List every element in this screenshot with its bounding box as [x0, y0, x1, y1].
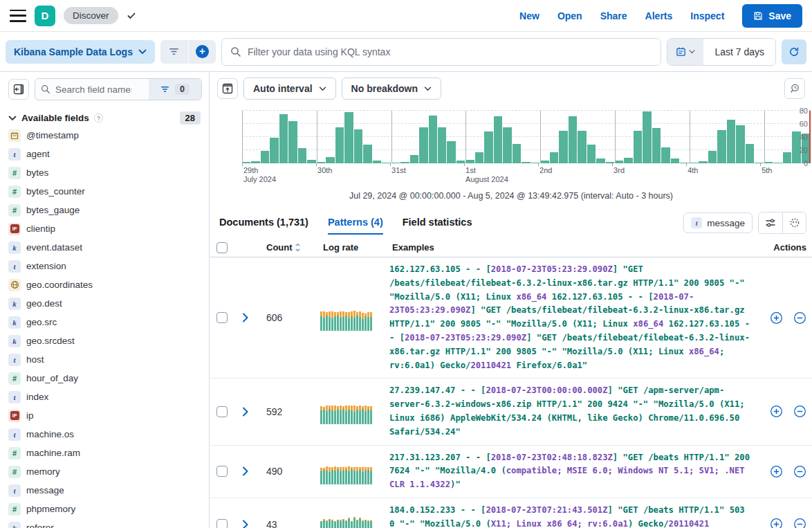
field-search-input[interactable]: [55, 84, 131, 95]
field-item-phpmemory[interactable]: #phpmemory: [0, 500, 208, 518]
filter-out-icon[interactable]: [793, 518, 806, 528]
number-token-icon: #: [8, 503, 21, 516]
field-item-message[interactable]: tmessage: [0, 481, 208, 500]
filter-out-icon[interactable]: [793, 465, 806, 478]
patterns-table-header: Count Log rate Examples Actions: [210, 238, 812, 257]
text-token-icon: t: [8, 391, 21, 403]
field-item-geo.coordinates[interactable]: geo.coordinates: [0, 275, 208, 294]
calendar-button[interactable]: [667, 39, 703, 65]
ip-token-icon: IP: [8, 410, 21, 422]
row-expand-button[interactable]: [241, 407, 266, 417]
pattern-controls-button[interactable]: [759, 212, 782, 233]
field-item-event.dataset[interactable]: kevent.dataset: [0, 238, 208, 257]
pattern-row-2: 59227.239.147.47 - - [2018-07-23T00:00:0…: [210, 378, 812, 444]
chart-options-button[interactable]: [784, 78, 805, 99]
row-checkbox[interactable]: [216, 466, 228, 477]
chart-toolbar: Auto interval No breakdown: [210, 78, 812, 100]
nav-alerts[interactable]: Alerts: [645, 10, 673, 21]
field-item-memory[interactable]: #memory: [0, 462, 208, 481]
tab-patterns[interactable]: Patterns (4): [328, 211, 383, 235]
fields-sidebar: 0 Available fields ? 28 @timestamptagent…: [0, 72, 210, 528]
field-item-geo.src[interactable]: kgeo.src: [0, 313, 208, 331]
sort-icon[interactable]: [295, 243, 301, 252]
pattern-row-3: 490217.31.123.207 - - [2018-07-23T02:48:…: [210, 445, 812, 498]
row-checkbox[interactable]: [216, 312, 228, 323]
filter-out-icon[interactable]: [793, 405, 806, 418]
field-item-extension[interactable]: textension: [0, 257, 208, 275]
add-filter-button[interactable]: +: [188, 40, 216, 64]
pattern-count: 606: [266, 312, 317, 323]
pattern-example: 217.31.123.207 - - [2018-07-23T02:48:18.…: [389, 446, 762, 498]
field-item-agent[interactable]: tagent: [0, 145, 208, 163]
tab-field-statistics[interactable]: Field statistics: [403, 211, 472, 235]
keyword-token-icon: k: [8, 522, 21, 528]
app-logo[interactable]: D: [35, 6, 55, 26]
interval-select[interactable]: Auto interval: [243, 78, 336, 100]
field-item-ip[interactable]: IPip: [0, 406, 208, 425]
text-token-icon: t: [691, 217, 702, 228]
refresh-button[interactable]: [782, 39, 806, 64]
breakdown-select[interactable]: No breakdown: [342, 78, 441, 100]
text-token-icon: t: [8, 148, 21, 161]
time-range-label[interactable]: Last 7 days: [703, 39, 775, 65]
field-item-host[interactable]: thost: [0, 350, 208, 369]
text-token-icon: t: [8, 354, 21, 366]
number-token-icon: #: [8, 167, 21, 179]
save-button[interactable]: Save: [742, 4, 802, 28]
collapse-sidebar-button[interactable]: [8, 79, 29, 100]
histogram-chart[interactable]: 02040608029thJuly 202430th31st1stAugust …: [210, 107, 812, 184]
ip-token-icon: IP: [8, 223, 21, 235]
plus-circle-icon: +: [196, 45, 209, 58]
nav-new[interactable]: New: [519, 10, 539, 21]
pattern-row-1: 606162.127.63.105 - - [2018-07-23T05:23:…: [210, 257, 812, 378]
field-item-bytes_gauge[interactable]: #bytes_gauge: [0, 201, 208, 219]
field-filter-button[interactable]: 0: [149, 79, 201, 100]
hide-chart-button[interactable]: [217, 78, 238, 99]
filter-for-icon[interactable]: [770, 405, 783, 418]
row-expand-button[interactable]: [241, 520, 266, 528]
nav-share[interactable]: Share: [600, 10, 627, 21]
log-rate-sparkline: [320, 399, 389, 424]
row-checkbox[interactable]: [216, 406, 228, 417]
time-picker: Last 7 days: [667, 38, 776, 66]
filter-for-icon[interactable]: [770, 465, 783, 478]
chevron-right-icon: [241, 313, 250, 322]
assistant-button[interactable]: [782, 212, 806, 233]
filter-for-icon[interactable]: [770, 311, 783, 325]
pattern-count: 592: [266, 406, 317, 417]
field-item-hour_of_day[interactable]: #hour_of_day: [0, 369, 208, 388]
checkmark-icon[interactable]: [127, 12, 136, 20]
breadcrumb[interactable]: Discover: [64, 7, 118, 24]
row-checkbox[interactable]: [216, 519, 228, 528]
filter-out-icon[interactable]: [793, 311, 806, 325]
nav-inspect[interactable]: Inspect: [690, 10, 724, 21]
menu-icon[interactable]: [10, 10, 26, 22]
pattern-count: 490: [266, 466, 317, 477]
kql-search-input[interactable]: [248, 46, 652, 57]
field-item-@timestamp[interactable]: @timestamp: [0, 126, 208, 145]
field-item-bytes_counter[interactable]: #bytes_counter: [0, 182, 208, 201]
row-expand-button[interactable]: [241, 313, 266, 322]
available-fields-header[interactable]: Available fields ? 28: [8, 111, 201, 125]
field-item-referer[interactable]: kreferer: [0, 518, 208, 528]
row-expand-button[interactable]: [241, 466, 266, 476]
field-item-geo.srcdest[interactable]: kgeo.srcdest: [0, 331, 208, 350]
calendar-token-icon: [8, 129, 21, 142]
chevron-down-icon: [138, 49, 147, 55]
select-all-checkbox[interactable]: [216, 242, 228, 253]
field-item-bytes[interactable]: #bytes: [0, 163, 208, 182]
data-view-picker[interactable]: Kibana Sample Data Logs: [6, 40, 155, 64]
tab-documents[interactable]: Documents (1,731): [219, 211, 308, 235]
field-item-machine.ram[interactable]: #machine.ram: [0, 444, 208, 462]
filter-for-icon[interactable]: [770, 518, 783, 528]
field-item-clientip[interactable]: IPclientip: [0, 219, 208, 238]
field-item-index[interactable]: tindex: [0, 388, 208, 406]
pattern-field-selector[interactable]: t message: [683, 212, 753, 233]
filter-icon[interactable]: [160, 40, 188, 64]
nav-open[interactable]: Open: [557, 10, 582, 21]
field-item-machine.os[interactable]: tmachine.os: [0, 425, 208, 444]
field-item-geo.dest[interactable]: kgeo.dest: [0, 294, 208, 313]
chevron-down-icon: [689, 50, 695, 54]
field-search-box: 0: [35, 78, 202, 100]
pattern-count: 43: [266, 519, 317, 528]
